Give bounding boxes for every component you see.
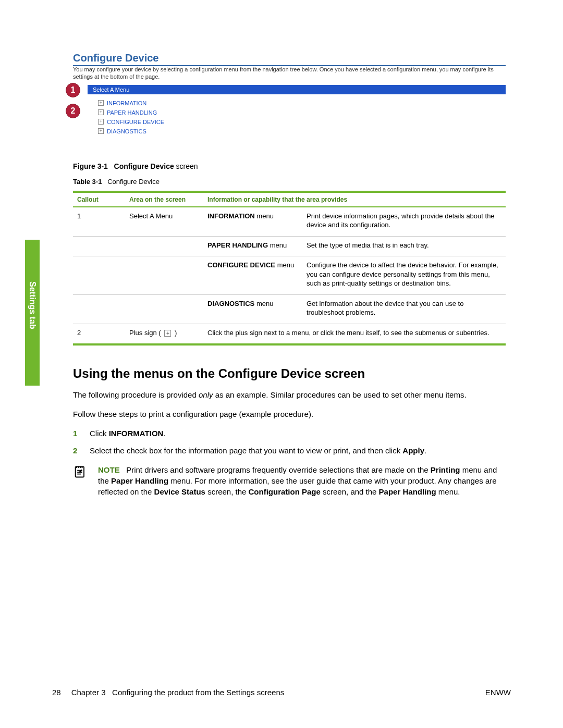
td-desc: Set the type of media that is in each tr… xyxy=(302,236,506,256)
td-menu: DIAGNOSTICS menu xyxy=(203,294,302,324)
screenshot-title: Configure Device xyxy=(73,52,506,65)
td-menu: INFORMATION menu xyxy=(203,207,302,237)
nav-tree: 2 +INFORMATION +PAPER HANDLING +CONFIGUR… xyxy=(88,94,506,136)
note-label: NOTE xyxy=(98,465,120,474)
callout-badge-1: 1 xyxy=(66,83,80,97)
section-heading: Using the menus on the Configure Device … xyxy=(73,366,506,381)
th-area: Area on the screen xyxy=(125,192,203,207)
td-desc: Get information about the device that yo… xyxy=(302,294,506,324)
note-icon xyxy=(73,464,89,497)
plus-icon[interactable]: + xyxy=(98,100,104,106)
tree-item-information[interactable]: +INFORMATION xyxy=(98,98,506,108)
chapter-title: Configuring the product from the Setting… xyxy=(112,688,284,697)
plus-icon[interactable]: + xyxy=(98,128,104,134)
td-callout: 2 xyxy=(73,324,125,344)
footer-right: ENWW xyxy=(485,688,511,697)
screenshot-description: You may configure your device by selecti… xyxy=(73,66,506,81)
step-number: 1 xyxy=(73,428,80,439)
td-desc: Click the plus sign next to a menu, or c… xyxy=(203,324,506,344)
page-number: 28 xyxy=(52,688,61,697)
intro-paragraph-2: Follow these steps to print a configurat… xyxy=(73,409,506,419)
figure-label: Figure 3-1 xyxy=(73,162,108,170)
figure-title-rest: screen xyxy=(174,162,198,170)
page-content: Configure Device You may configure your … xyxy=(73,52,506,497)
tree-item-diagnostics[interactable]: +DIAGNOSTICS xyxy=(98,127,506,136)
plus-icon: + xyxy=(164,330,171,337)
intro-paragraph-1: The following procedure is provided only… xyxy=(73,389,506,400)
plus-icon[interactable]: + xyxy=(98,109,104,115)
plus-icon[interactable]: + xyxy=(98,119,104,125)
note-text: NOTE Print drivers and software programs… xyxy=(98,464,506,497)
tree-item-configure-device[interactable]: +CONFIGURE DEVICE xyxy=(98,117,506,127)
figure-caption: Figure 3-1 Configure Device screen xyxy=(73,162,506,170)
tree-label: CONFIGURE DEVICE xyxy=(107,119,164,125)
procedure-steps: 1 Click INFORMATION. 2 Select the check … xyxy=(73,428,506,456)
table-label: Table 3-1 xyxy=(73,178,102,186)
td-area: Select A Menu xyxy=(125,207,203,237)
td-desc: Configure the device to affect the devic… xyxy=(302,256,506,295)
tree-label: DIAGNOSTICS xyxy=(107,128,146,134)
table-caption: Table 3-1 Configure Device xyxy=(73,178,506,186)
td-desc: Print device information pages, which pr… xyxy=(302,207,506,237)
tree-item-paper-handling[interactable]: +PAPER HANDLING xyxy=(98,108,506,117)
figure-title-bold: Configure Device xyxy=(114,162,174,170)
select-bar-label: Select A Menu xyxy=(93,87,129,93)
tree-label: INFORMATION xyxy=(107,100,146,106)
callout-badge-2: 2 xyxy=(66,104,80,118)
configure-device-table: Callout Area on the screen Information o… xyxy=(73,191,506,346)
tree-label: PAPER HANDLING xyxy=(107,109,157,116)
th-callout: Callout xyxy=(73,192,125,207)
page-footer: 28 Chapter 3 Configuring the product fro… xyxy=(52,688,511,697)
chapter-label: Chapter 3 xyxy=(71,688,106,697)
th-info: Information or capability that the area … xyxy=(203,192,506,207)
note-block: NOTE Print drivers and software programs… xyxy=(73,464,506,497)
figure-screenshot: Configure Device You may configure your … xyxy=(73,52,506,136)
step-2: 2 Select the check box for the informati… xyxy=(73,445,506,456)
step-number: 2 xyxy=(73,445,80,456)
table-title: Configure Device xyxy=(107,178,160,186)
td-callout: 1 xyxy=(73,207,125,237)
sidebar-tab: Settings tab xyxy=(25,240,40,386)
td-area: Plus sign ( + ) xyxy=(125,324,203,344)
td-menu: CONFIGURE DEVICE menu xyxy=(203,256,302,295)
step-1: 1 Click INFORMATION. xyxy=(73,428,506,439)
td-menu: PAPER HANDLING menu xyxy=(203,236,302,256)
select-a-menu-bar: 1 Select A Menu xyxy=(88,85,506,94)
